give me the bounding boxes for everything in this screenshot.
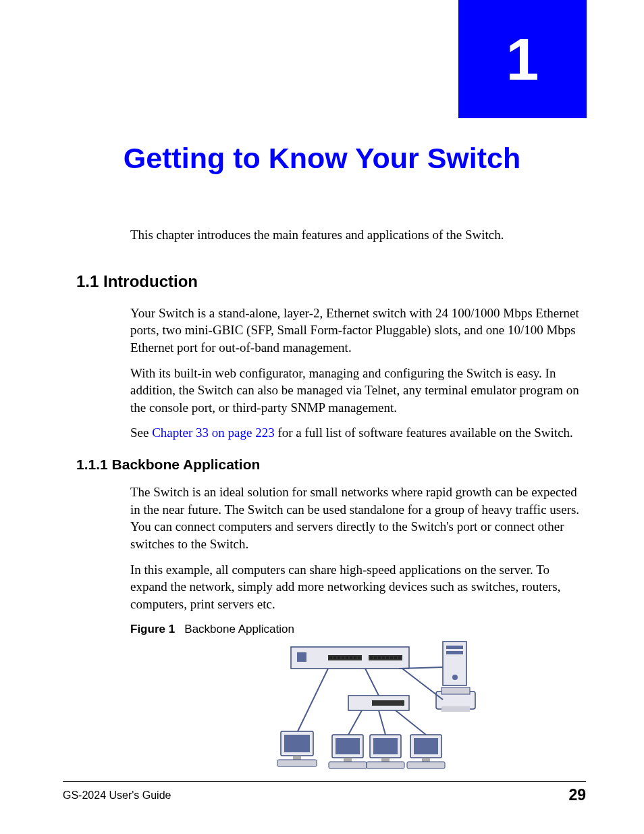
svg-rect-46 <box>381 758 390 762</box>
svg-rect-26 <box>441 706 470 712</box>
svg-rect-21 <box>446 646 463 649</box>
subsection-heading-backbone: 1.1.1 Backbone Application <box>76 457 580 473</box>
svg-rect-12 <box>370 656 373 659</box>
svg-rect-6 <box>338 656 340 659</box>
svg-rect-49 <box>414 738 438 754</box>
svg-rect-10 <box>354 656 356 659</box>
svg-line-33 <box>348 710 362 735</box>
svg-rect-51 <box>407 762 445 768</box>
svg-rect-15 <box>382 656 385 659</box>
paragraph: In this example, all computers can share… <box>130 561 580 613</box>
svg-rect-3 <box>369 655 402 660</box>
svg-rect-50 <box>422 758 430 762</box>
svg-rect-17 <box>390 656 393 659</box>
page-footer: GS-2024 User's Guide 29 <box>63 781 586 804</box>
svg-rect-2 <box>328 655 362 660</box>
figure-title: Backbone Application <box>184 623 294 635</box>
svg-rect-47 <box>367 762 404 768</box>
text: See <box>130 425 152 440</box>
chapter-number: 1 <box>506 25 539 94</box>
svg-rect-43 <box>329 762 367 768</box>
svg-rect-38 <box>293 756 301 760</box>
network-diagram <box>171 640 580 785</box>
svg-rect-45 <box>373 738 398 754</box>
paragraph: The Switch is an ideal solution for smal… <box>130 484 580 553</box>
page-content: This chapter introduces the main feature… <box>130 226 580 785</box>
svg-rect-1 <box>297 652 306 662</box>
text: for a full list of software features ava… <box>275 425 573 440</box>
svg-rect-7 <box>342 656 344 659</box>
svg-rect-13 <box>374 656 377 659</box>
svg-rect-18 <box>394 656 397 659</box>
paragraph: See Chapter 33 on page 223 for a full li… <box>130 424 580 442</box>
figure-caption: Figure 1 Backbone Application <box>130 623 580 636</box>
backbone-diagram-icon <box>267 640 483 782</box>
cross-reference-link[interactable]: Chapter 33 on page 223 <box>152 425 275 440</box>
chapter-number-box: 1 <box>458 0 587 118</box>
svg-line-35 <box>396 710 426 735</box>
svg-line-30 <box>365 669 379 696</box>
svg-rect-25 <box>441 687 470 694</box>
svg-rect-42 <box>344 758 352 762</box>
chapter-intro: This chapter introduces the main feature… <box>130 226 580 244</box>
svg-rect-4 <box>329 656 332 659</box>
chapter-title: Getting to Know Your Switch <box>0 142 644 175</box>
footer-page-number: 29 <box>568 786 586 804</box>
svg-line-29 <box>298 669 328 731</box>
svg-rect-16 <box>386 656 389 659</box>
svg-line-34 <box>379 710 385 735</box>
svg-line-32 <box>402 669 443 700</box>
figure-label: Figure 1 <box>130 623 175 635</box>
svg-point-23 <box>452 675 458 680</box>
paragraph: With its built-in web configurator, mana… <box>130 365 580 417</box>
paragraph: Your Switch is a stand-alone, layer-2, E… <box>130 305 580 357</box>
svg-rect-9 <box>350 656 352 659</box>
svg-rect-37 <box>284 735 310 752</box>
svg-rect-11 <box>358 656 360 659</box>
svg-rect-8 <box>346 656 348 659</box>
svg-rect-22 <box>446 651 463 654</box>
svg-rect-41 <box>336 738 360 754</box>
svg-rect-19 <box>398 656 401 659</box>
svg-rect-39 <box>277 760 317 766</box>
section-heading-introduction: 1.1 Introduction <box>76 272 580 291</box>
svg-rect-28 <box>372 700 404 706</box>
svg-rect-5 <box>333 656 336 659</box>
svg-rect-14 <box>378 656 381 659</box>
footer-guide-name: GS-2024 User's Guide <box>63 789 171 802</box>
